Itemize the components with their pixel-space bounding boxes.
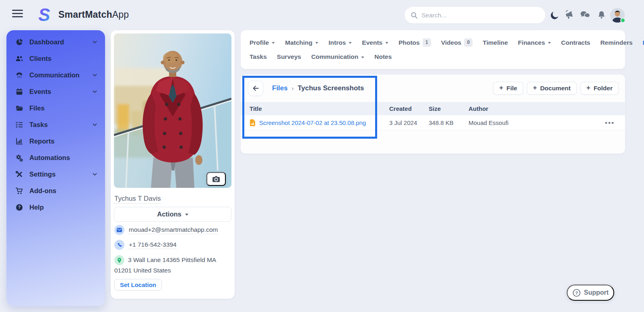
- videos-count-badge: 0: [464, 38, 473, 47]
- tab-videos[interactable]: Videos0: [441, 38, 473, 47]
- breadcrumb-files-link[interactable]: Files: [272, 84, 288, 92]
- files-header: Files › Tychus Screenshots + File + Docu…: [241, 75, 625, 102]
- sidebar-item-add-ons[interactable]: Add-ons: [6, 183, 105, 199]
- file-link[interactable]: Screenshot 2024-07-02 at 23.50.08.png: [259, 119, 366, 126]
- tools-icon: [15, 171, 23, 178]
- search-bar[interactable]: [405, 7, 545, 23]
- add-file-button[interactable]: + File: [493, 82, 523, 95]
- breadcrumb: Files › Tychus Screenshots: [272, 84, 364, 92]
- search-icon: [411, 12, 418, 19]
- chevron-down-icon: [272, 42, 275, 44]
- column-header-author: Author: [469, 105, 599, 112]
- sidebar-item-events[interactable]: Events: [6, 83, 105, 100]
- tabs-row-2: Tasks Surveys Communication Notes: [250, 53, 625, 60]
- sidebar-item-dashboard[interactable]: Dashboard: [6, 34, 105, 50]
- folder-icon: [15, 104, 23, 112]
- sidebar-item-label: Clients: [29, 55, 52, 62]
- set-location-button[interactable]: Set Location: [114, 279, 162, 291]
- bar-chart-icon: [15, 137, 23, 145]
- back-button[interactable]: [248, 81, 263, 96]
- chevron-down-icon: [93, 173, 97, 176]
- column-header-created: Created: [389, 105, 429, 112]
- actions-button[interactable]: Actions: [114, 207, 231, 222]
- sidebar-item-reports[interactable]: Reports: [6, 133, 105, 150]
- pie-chart-icon: [15, 38, 23, 46]
- announcements-button[interactable]: [564, 10, 575, 20]
- plus-icon: +: [586, 84, 590, 92]
- phone-icon: [15, 71, 23, 79]
- calendar-icon: [15, 88, 23, 96]
- email-icon: [114, 225, 124, 235]
- sidebar-item-files[interactable]: Files: [6, 100, 105, 116]
- help-icon: ?: [15, 204, 23, 211]
- contact-info: mouad+2@smartmatchapp.com +1 716-542-339…: [114, 225, 232, 291]
- tab-events[interactable]: Events: [362, 39, 388, 46]
- sidebar-item-tasks[interactable]: Tasks: [6, 116, 105, 133]
- email-link[interactable]: mouad+2@smartmatchapp.com: [129, 226, 218, 234]
- chevron-down-icon: [93, 41, 97, 44]
- files-table-header: Title Created Size Author: [241, 102, 625, 115]
- dark-mode-toggle[interactable]: [550, 10, 559, 20]
- add-document-button[interactable]: + Document: [527, 82, 577, 95]
- tab-notes[interactable]: Notes: [374, 53, 392, 60]
- tab-profile[interactable]: Profile: [250, 39, 275, 46]
- sidebar-item-settings[interactable]: Settings: [6, 166, 105, 183]
- sidebar-item-label: Settings: [29, 171, 56, 178]
- phone-link[interactable]: +1 716-542-3394: [129, 241, 177, 249]
- column-header-size: Size: [429, 105, 469, 112]
- sidebar-item-help[interactable]: ? Help: [6, 199, 105, 216]
- tab-intros[interactable]: Intros: [328, 39, 352, 46]
- tab-surveys[interactable]: Surveys: [277, 53, 301, 60]
- chevron-down-icon: [93, 90, 97, 93]
- search-input[interactable]: [421, 12, 539, 19]
- client-profile-card: Tychus T Davis Actions mouad+2@smartmatc…: [111, 30, 235, 299]
- sidebar-item-label: Files: [29, 104, 45, 112]
- profile-tabs-card: Profile Matching Intros Events Photos1 V…: [241, 30, 625, 69]
- file-action-buttons: + File + Document + Folder: [493, 82, 619, 95]
- address-text[interactable]: 3 Wall Lane 14365 Pittsfield MA 01201 Un…: [114, 256, 216, 274]
- change-photo-button[interactable]: [206, 172, 226, 186]
- chevron-down-icon: [93, 123, 97, 126]
- camera-icon: [212, 175, 221, 183]
- file-author: Mouad Essoufi: [469, 119, 599, 126]
- sidebar: Dashboard Clients Communication Events: [6, 30, 105, 306]
- user-avatar[interactable]: [610, 8, 625, 23]
- actions-button-label: Actions: [157, 210, 182, 218]
- brand-name: SmartMatchApp: [58, 9, 129, 20]
- bell-icon: [597, 10, 606, 20]
- support-button[interactable]: ? Support: [567, 285, 614, 301]
- chevron-down-icon: [185, 214, 188, 216]
- image-file-icon: [250, 119, 256, 126]
- sidebar-item-label: Help: [29, 204, 44, 211]
- notifications-button[interactable]: [597, 10, 606, 20]
- svg-text:S: S: [38, 5, 50, 24]
- ellipsis-icon: ●●●: [605, 120, 615, 125]
- chevron-down-icon: [349, 42, 352, 44]
- address-row[interactable]: 3 Wall Lane 14365 Pittsfield MA 01201 Un…: [114, 255, 232, 276]
- tab-finances[interactable]: Finances: [518, 39, 551, 46]
- client-name[interactable]: Tychus T Davis: [114, 195, 161, 203]
- sidebar-item-label: Add-ons: [29, 187, 56, 195]
- hamburger-menu-button[interactable]: [12, 10, 23, 17]
- client-photo: [114, 33, 231, 188]
- tab-timeline[interactable]: Timeline: [483, 39, 508, 46]
- messages-button[interactable]: [580, 10, 590, 20]
- chevron-down-icon: [361, 56, 364, 58]
- files-panel: Files › Tychus Screenshots + File + Docu…: [241, 75, 625, 154]
- row-actions-button[interactable]: ●●●: [599, 120, 625, 125]
- file-table-row[interactable]: Screenshot 2024-07-02 at 23.50.08.png 3 …: [241, 115, 625, 130]
- tab-matching[interactable]: Matching: [285, 39, 318, 46]
- add-folder-button[interactable]: + Folder: [580, 82, 619, 95]
- tab-communication[interactable]: Communication: [311, 53, 364, 60]
- email-row[interactable]: mouad+2@smartmatchapp.com: [114, 225, 232, 235]
- tab-contracts[interactable]: Contracts: [561, 39, 590, 46]
- sidebar-item-automations[interactable]: Automations: [6, 150, 105, 166]
- sidebar-item-communication[interactable]: Communication: [6, 67, 105, 83]
- tab-tasks[interactable]: Tasks: [250, 53, 267, 60]
- sidebar-item-label: Reports: [29, 137, 54, 145]
- tab-files[interactable]: Files: [643, 39, 644, 46]
- tab-photos[interactable]: Photos1: [398, 38, 431, 47]
- tab-reminders[interactable]: Reminders: [600, 39, 632, 46]
- phone-row[interactable]: +1 716-542-3394: [114, 240, 232, 250]
- sidebar-item-clients[interactable]: Clients: [6, 50, 105, 67]
